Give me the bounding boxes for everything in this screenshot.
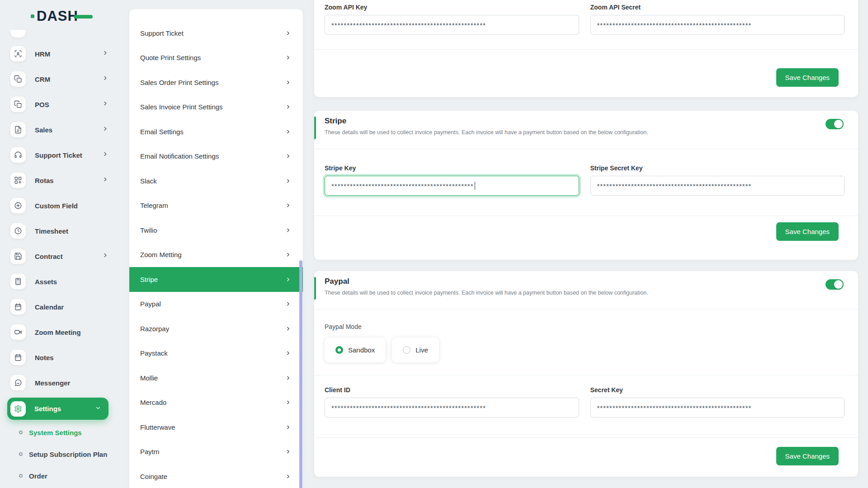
sidebar-item-zoom-meeting[interactable]: Zoom Meeting xyxy=(0,319,118,345)
chevron-down-icon xyxy=(95,405,101,413)
sidebar-item-label: Custom Field xyxy=(35,202,102,210)
app-logo[interactable]: DASH xyxy=(31,9,93,23)
settings-submenu-item-order[interactable]: Order xyxy=(0,465,118,487)
field-zoom-api-secret: Zoom API Secret ************************… xyxy=(590,4,845,35)
stripe-enabled-toggle[interactable] xyxy=(826,119,844,129)
sidebar-menu: HRM CRM POS Sales Support Ticket xyxy=(0,41,118,395)
sidebar-item-label: Zoom Meeting xyxy=(35,328,102,336)
sidebar-item-custom-field[interactable]: Custom Field xyxy=(0,193,118,218)
chevron-right-icon xyxy=(102,50,108,58)
settings-nav-item-email-notification-settings[interactable]: Email Notification Settings xyxy=(129,144,303,169)
chevron-right-icon xyxy=(102,126,108,134)
settings-submenu: System Settings Setup Subscription Plan … xyxy=(0,422,118,487)
settings-nav-item-label: Flutterwave xyxy=(140,423,175,431)
settings-nav-item-paystack[interactable]: Paystack xyxy=(129,341,303,366)
settings-nav-item-sales-invoice-print-settings[interactable]: Sales Invoice Print Settings xyxy=(129,95,303,120)
sidebar-item-label: POS xyxy=(35,101,102,108)
save-button[interactable]: Save Changes xyxy=(776,447,839,465)
sidebar-item-settings[interactable]: Settings xyxy=(7,398,108,420)
chevron-right-icon xyxy=(285,301,291,307)
radio-unselected-icon[interactable] xyxy=(403,346,410,354)
chevron-right-icon xyxy=(285,202,291,208)
settings-nav-item-razorpay[interactable]: Razorpay xyxy=(129,316,303,341)
chevron-right-icon xyxy=(285,227,291,233)
chevron-right-icon xyxy=(285,252,291,258)
settings-nav-item-coingate[interactable]: Coingate xyxy=(129,464,303,488)
calculator-icon xyxy=(10,274,26,289)
settings-nav-item-stripe[interactable]: Stripe xyxy=(129,267,303,292)
paypal-enabled-toggle[interactable] xyxy=(826,279,844,290)
circle-plus-icon xyxy=(10,198,26,213)
settings-nav-item-quote-print-settings[interactable]: Quote Print Settings xyxy=(129,46,303,70)
save-button[interactable]: Save Changes xyxy=(776,222,839,241)
settings-nav-item-mercado[interactable]: Mercado xyxy=(129,390,303,415)
settings-nav-item-support-ticket[interactable]: Support Ticket xyxy=(129,21,303,46)
clock-icon xyxy=(10,223,26,239)
settings-nav-item-mollie[interactable]: Mollie xyxy=(129,366,303,390)
save-button[interactable]: Save Changes xyxy=(776,68,839,87)
settings-nav-item-paytm[interactable]: Paytm xyxy=(129,440,303,465)
sidebar-item-notes[interactable]: Notes xyxy=(0,345,118,370)
settings-nav-item-flutterwave[interactable]: Flutterwave xyxy=(129,415,303,440)
chevron-right-icon xyxy=(285,424,291,430)
sidebar-item-support-ticket[interactable]: Support Ticket xyxy=(0,142,118,168)
zoom-api-secret-input[interactable]: ****************************************… xyxy=(590,15,845,35)
headphones-icon xyxy=(10,147,26,163)
settings-submenu-item-system-settings[interactable]: System Settings xyxy=(0,422,118,443)
sidebar-item-crm[interactable]: CRM xyxy=(0,66,118,92)
settings-nav-item-label: Quote Print Settings xyxy=(140,54,201,61)
section-accent-bar xyxy=(314,117,316,139)
submenu-item-label: Order xyxy=(29,472,47,480)
stripe-secret-key-input[interactable]: ****************************************… xyxy=(590,176,845,196)
settings-nav-item-email-settings[interactable]: Email Settings xyxy=(129,119,303,144)
secret-key-input[interactable]: ****************************************… xyxy=(590,398,845,418)
radio-selected-icon[interactable] xyxy=(335,346,343,354)
sidebar-item-messenger[interactable]: Messenger xyxy=(0,370,118,395)
chat-icon xyxy=(10,375,26,390)
settings-nav-item-sales-order-print-settings[interactable]: Sales Order Print Settings xyxy=(129,70,303,95)
bullet-icon xyxy=(19,452,23,456)
panel-scrollbar-thumb[interactable] xyxy=(299,260,302,488)
save-icon xyxy=(10,249,26,264)
settings-nav-item-paypal[interactable]: Paypal xyxy=(129,292,303,317)
settings-nav-item-label: Sales Invoice Print Settings xyxy=(140,103,223,111)
paypal-mode-live-option[interactable]: Live xyxy=(392,338,439,362)
sidebar-item-assets[interactable]: Assets xyxy=(0,269,118,294)
settings-nav-item-twilio[interactable]: Twilio xyxy=(129,218,303,243)
sidebar-item-sales[interactable]: Sales xyxy=(0,117,118,142)
settings-nav-item-label: Razorpay xyxy=(140,325,169,333)
copy-icon xyxy=(10,97,26,112)
settings-nav-item-telegram[interactable]: Telegram xyxy=(129,193,303,218)
settings-nav-item-label: Coingate xyxy=(140,473,167,480)
sidebar-item-calendar[interactable]: Calendar xyxy=(0,294,118,319)
sidebar-item-pos[interactable]: POS xyxy=(0,92,118,117)
client-id-input[interactable]: ****************************************… xyxy=(325,398,579,418)
settings-submenu-item-setup-subscription-plan[interactable]: Setup Subscription Plan xyxy=(0,443,118,465)
chevron-right-icon xyxy=(285,30,291,36)
sidebar-item-rotas[interactable]: Rotas xyxy=(0,168,118,193)
settings-nav-item-label: Slack xyxy=(140,177,157,185)
settings-nav-item-label: Support Ticket xyxy=(140,29,184,37)
chevron-right-icon xyxy=(285,474,291,479)
sidebar-item-label: Notes xyxy=(35,354,102,361)
field-zoom-api-key: Zoom API Key ***************************… xyxy=(325,4,579,35)
toggle-knob xyxy=(834,120,843,128)
sidebar-item-contract[interactable]: Contract xyxy=(0,244,118,269)
zoom-api-key-input[interactable]: ****************************************… xyxy=(325,15,579,35)
stripe-key-input[interactable]: ****************************************… xyxy=(325,176,579,196)
sidebar-item-hrm[interactable]: HRM xyxy=(0,41,118,66)
calendar-icon xyxy=(10,350,26,365)
sidebar-item-label: Contract xyxy=(35,253,102,260)
settings-nav-item-zoom-metting[interactable]: Zoom Metting xyxy=(129,243,303,267)
paypal-mode-label: Paypal Mode xyxy=(325,323,844,330)
sidebar-item-timesheet[interactable]: Timesheet xyxy=(0,218,118,244)
field-label: Zoom API Secret xyxy=(590,4,845,11)
settings-nav-item-label: Twilio xyxy=(140,226,157,234)
sidebar-item-clipped[interactable] xyxy=(10,30,26,38)
settings-nav-item-label: Zoom Metting xyxy=(140,251,182,258)
settings-nav-item-slack[interactable]: Slack xyxy=(129,169,303,193)
chevron-right-icon xyxy=(102,252,108,260)
sidebar-item-label: Support Ticket xyxy=(35,151,102,159)
paypal-mode-sandbox-option[interactable]: Sandbox xyxy=(325,338,386,362)
field-label: Client ID xyxy=(325,386,579,394)
